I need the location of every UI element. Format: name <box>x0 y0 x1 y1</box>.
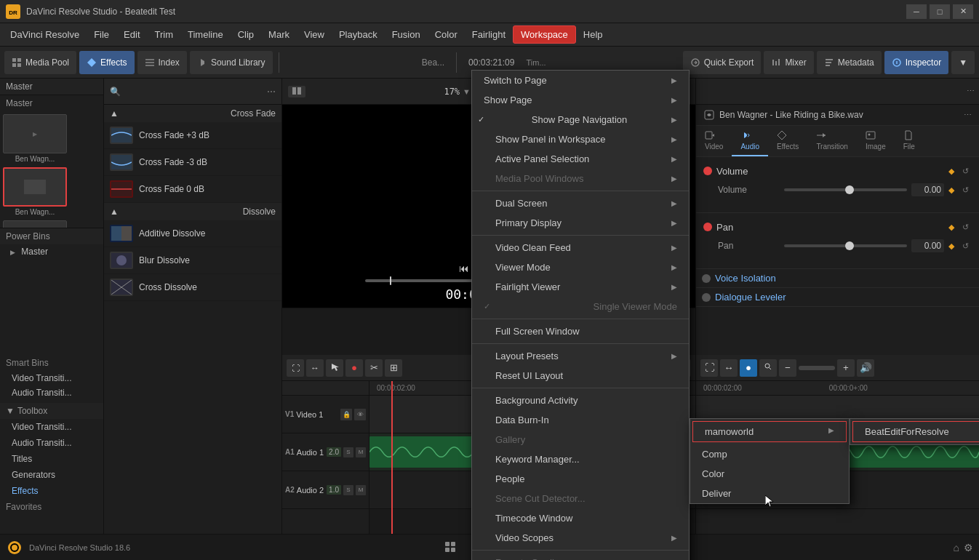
menu-fairlight[interactable]: Fairlight <box>465 26 513 43</box>
voice-isolation-item[interactable]: Voice Isolation <box>696 269 979 288</box>
dissolve-header[interactable]: ▲ Dissolve <box>104 203 281 220</box>
volume-dot[interactable] <box>703 167 712 175</box>
a2-m-btn[interactable]: M <box>356 485 366 495</box>
tab-file[interactable]: File <box>895 126 924 156</box>
volume-slider[interactable] <box>784 188 907 191</box>
tab-transition[interactable]: Transition <box>807 126 857 156</box>
comp-item[interactable]: Comp <box>690 444 849 464</box>
timeline-tool-3[interactable] <box>326 359 343 377</box>
inspector-options-icon[interactable]: ⋯ <box>967 87 975 96</box>
dropdown-reset-ui[interactable]: Reset UI Layout <box>472 366 689 385</box>
timeline-tool-5[interactable]: ⊞ <box>385 359 402 377</box>
preview-viewer-btn[interactable] <box>288 86 305 97</box>
expand-btn[interactable]: ▼ <box>951 51 975 74</box>
pan-dot[interactable] <box>703 223 712 231</box>
dialogue-leveler-item[interactable]: Dialogue Leveler <box>696 288 979 307</box>
pan-kf-icon[interactable]: ◆ <box>948 241 954 251</box>
cross-fade-header[interactable]: ▲ Cross Fade <box>104 105 281 122</box>
volume-kf-icon-2[interactable]: ◆ <box>948 185 954 195</box>
mixer-btn[interactable]: Mixer <box>764 51 813 74</box>
dropdown-viewer-mode[interactable]: Viewer Mode ▶ <box>472 257 689 277</box>
settings-btn[interactable]: ⚙ <box>964 542 973 553</box>
color-item[interactable]: Color <box>690 464 849 484</box>
beatedit-item[interactable]: BeatEditForResolve <box>852 421 979 442</box>
tab-video[interactable]: Video <box>696 126 732 156</box>
effects-toolbox-item[interactable]: Effects <box>0 483 103 499</box>
effect-cross-dissolve[interactable]: Cross Dissolve <box>104 274 281 301</box>
effects-menu-icon[interactable]: ⋯ <box>267 87 276 97</box>
dropdown-layout-presets[interactable]: Layout Presets ▶ <box>472 346 689 366</box>
keywords-item[interactable]: Video Transiti... <box>0 371 103 385</box>
right-tl-minus[interactable]: − <box>779 359 796 377</box>
timeline-tool-2[interactable]: ↔ <box>306 359 324 377</box>
record-btn[interactable]: ● <box>345 359 363 377</box>
metadata-btn[interactable]: Metadata <box>817 51 882 74</box>
menu-clip[interactable]: Clip <box>231 26 261 43</box>
minimize-button[interactable]: ─ <box>906 4 927 19</box>
a1-s-btn[interactable]: S <box>343 447 353 457</box>
media-pool-btn[interactable]: Media Pool <box>4 51 76 74</box>
dropdown-switch-page[interactable]: Switch to Page ▶ <box>472 71 689 90</box>
effect-cross-fade-3db-pos[interactable]: Cross Fade +3 dB <box>104 122 281 149</box>
audio-transitions-item[interactable]: Audio Transiti... <box>0 435 103 451</box>
dropdown-people[interactable]: People <box>472 469 689 489</box>
dropdown-show-page-nav[interactable]: ✓ Show Page Navigation ▶ <box>472 110 689 129</box>
media-thumb-1[interactable]: ▶ Ben Wagn... <box>3 114 67 163</box>
power-bins-header[interactable]: Power Bins <box>0 228 103 244</box>
sound-library-btn[interactable]: Sound Library <box>190 51 273 74</box>
menu-davinci[interactable]: DaVinci Resolve <box>3 26 87 43</box>
pan-keyframe-icon[interactable]: ◆ <box>948 223 954 232</box>
media-thumb-3[interactable]: Ben Wagn... <box>3 220 67 228</box>
pan-slider[interactable] <box>784 244 907 247</box>
volume-reset-btn-2[interactable]: ↺ <box>959 183 972 196</box>
volume-keyframe-icon[interactable]: ◆ <box>948 167 954 176</box>
right-audio-btn[interactable]: 🔊 <box>857 359 874 377</box>
right-zoom-slider[interactable] <box>799 366 835 370</box>
dropdown-video-clean-feed[interactable]: Video Clean Feed ▶ <box>472 238 689 257</box>
maximize-button[interactable]: □ <box>930 4 950 19</box>
pan-reset-btn-2[interactable]: ↺ <box>959 239 972 252</box>
menu-playback[interactable]: Playback <box>332 26 385 43</box>
deliver-item[interactable]: Deliver <box>690 484 849 503</box>
dropdown-primary-display[interactable]: Primary Display ▶ <box>472 213 689 233</box>
tab-image[interactable]: Image <box>857 126 895 156</box>
effects-btn[interactable]: Effects <box>79 51 134 74</box>
home-btn[interactable]: ⌂ <box>954 542 959 553</box>
dropdown-video-scopes[interactable]: Video Scopes ▶ <box>472 528 689 548</box>
a1-m-btn[interactable]: M <box>356 447 366 457</box>
dropdown-active-panel[interactable]: Active Panel Selection ▶ <box>472 149 689 169</box>
right-tl-plus[interactable]: + <box>837 359 855 377</box>
titles-item[interactable]: Titles <box>0 451 103 467</box>
menu-file[interactable]: File <box>87 26 116 43</box>
right-tl-btn-1[interactable]: ⛶ <box>700 359 718 377</box>
menu-fusion[interactable]: Fusion <box>385 26 428 43</box>
toolbox-header[interactable]: ▼ Toolbox <box>0 403 103 419</box>
right-tl-btn-2[interactable]: ↔ <box>720 359 738 377</box>
dropdown-show-page[interactable]: Show Page ▶ <box>472 90 689 110</box>
pan-reset-btn[interactable]: ↺ <box>959 220 972 233</box>
effect-blur-dissolve[interactable]: Blur Dissolve <box>104 247 281 274</box>
a2-s-btn[interactable]: S <box>343 485 353 495</box>
dropdown-timecode-window[interactable]: Timecode Window <box>472 508 689 528</box>
dropdown-data-burn[interactable]: Data Burn-In <box>472 410 689 430</box>
dropdown-full-screen[interactable]: Full Screen Window <box>472 321 689 341</box>
menu-color[interactable]: Color <box>428 26 465 43</box>
dropdown-fairlight-viewer[interactable]: Fairlight Viewer ▶ <box>472 277 689 297</box>
page-tab-media[interactable] <box>436 538 465 557</box>
mamoworld-item[interactable]: mamoworld ▶ <box>692 421 847 442</box>
inspector-btn[interactable]: Inspector <box>884 51 948 74</box>
quick-export-btn[interactable]: Quick Export <box>683 51 762 74</box>
menu-help[interactable]: Help <box>576 26 610 43</box>
v1-eye-btn[interactable]: 👁 <box>354 409 366 420</box>
right-tl-btn-3[interactable]: ● <box>740 359 757 377</box>
volume-reset-btn[interactable]: ↺ <box>959 164 972 177</box>
v1-lock-btn[interactable]: 🔒 <box>340 409 352 420</box>
generators-item[interactable]: Generators <box>0 467 103 483</box>
menu-mark[interactable]: Mark <box>261 26 297 43</box>
menu-timeline[interactable]: Timeline <box>180 26 231 43</box>
master-tree-item[interactable]: Master <box>0 244 103 259</box>
right-tl-btn-4[interactable] <box>759 359 777 377</box>
close-button[interactable]: ✕ <box>953 4 973 19</box>
tab-effects[interactable]: Effects <box>768 126 807 156</box>
menu-view[interactable]: View <box>297 26 332 43</box>
